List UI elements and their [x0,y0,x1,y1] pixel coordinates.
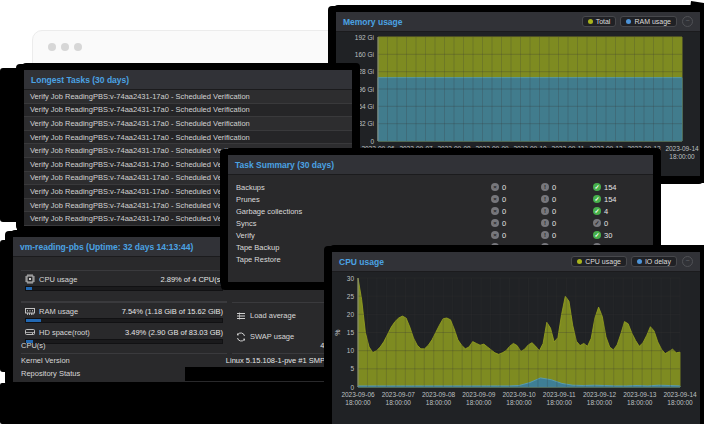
task-count-value: 0 [502,195,506,204]
svg-text:10: 10 [347,347,355,354]
warning-icon: ! [541,219,549,227]
svg-text:32 Gi: 32 Gi [358,120,374,127]
warning-icon: ! [541,231,549,239]
task-count-warn[interactable]: !0 [541,183,556,192]
task-summary-title: Task Summary (30 days) [235,160,334,170]
svg-text:5: 5 [350,365,354,372]
svg-text:18:00:00: 18:00:00 [627,399,653,406]
task-row[interactable]: Verify Job ReadingPBS:v-74aa2431-17a0 - … [24,104,352,118]
task-count-ok[interactable]: ✓154 [593,183,617,192]
cpu-usage-title: CPU usage [339,257,384,267]
ok-check-icon: ✓ [593,207,601,215]
svg-text:18:00:00: 18:00:00 [345,399,371,406]
task-count-value: 0 [604,219,608,228]
error-icon: × [491,183,499,191]
task-summary-row: Backups×0!0✓154 [228,181,653,193]
task-count-warn[interactable]: !0 [541,195,556,204]
cpu-usage-panel-wrap: CPU usage CPU usageIO delay − 0510152025… [327,247,704,424]
task-count-warn[interactable]: !0 [541,219,556,228]
warning-icon: ! [541,183,549,191]
svg-text:64 Gi: 64 Gi [358,103,374,110]
svg-text:2023-09-14: 2023-09-14 [663,391,697,398]
task-type-label: Backups [236,183,265,192]
legend-dot-icon [577,259,582,264]
kernel-version-value: Linux 5.15.108-1-pve #1 SMP PVE [226,356,342,365]
legend-item-total[interactable]: Total [582,16,617,27]
cpu-chart-area: 0510152025302023-09-0618:00:002023-09-07… [332,272,700,424]
task-count-warn[interactable]: !0 [541,231,556,240]
task-count-err[interactable]: ×0 [491,195,506,204]
memory-usage-title: Memory usage [343,17,403,27]
cpu-legend: CPU usageIO delay [571,256,677,267]
ram-usage-label: RAM usage [39,307,78,316]
task-count-err[interactable]: ×0 [491,183,506,192]
legend-label: Total [596,18,611,25]
task-count-value: 0 [552,183,556,192]
task-row[interactable]: Verify Job ReadingPBS:v-74aa2431-17a0 - … [24,131,352,145]
cpus-label: CPU(s) [21,341,46,350]
ok-check-icon: ✓ [593,183,601,191]
ok-check-icon: ✓ [593,231,601,239]
error-icon: × [491,219,499,227]
cpu-usage-chart: 0510152025302023-09-0618:00:002023-09-07… [332,272,690,414]
dashboard-composition: Memory usage TotalRAM usage − 032 Gi64 G… [0,0,704,424]
task-count-value: 4 [604,207,608,216]
legend-item-cpu-usage[interactable]: CPU usage [571,256,627,267]
task-count-value: 154 [604,195,617,204]
error-icon: × [491,231,499,239]
svg-text:30: 30 [347,275,355,282]
redacted-value-box [185,367,342,381]
task-count-value: 0 [552,195,556,204]
load-average-row: Load average [236,305,334,326]
svg-text:18:00:00: 18:00:00 [506,399,532,406]
legend-item-io-delay[interactable]: IO delay [631,256,677,267]
legend-item-ram-usage[interactable]: RAM usage [620,16,677,27]
task-row[interactable]: Verify Job ReadingPBS:v-74aa2431-17a0 - … [24,117,352,131]
task-type-label: Verify [236,231,255,240]
task-count-ok[interactable]: ✓154 [593,195,617,204]
task-count-err[interactable]: ×0 [491,231,506,240]
svg-text:25: 25 [347,293,355,300]
svg-text:18:00:00: 18:00:00 [426,399,452,406]
task-count-warn[interactable]: !0 [541,207,556,216]
task-count-ok[interactable]: ✓0 [593,219,608,228]
cpus-row: CPU(s) 4 x Co [21,339,342,352]
task-count-ok[interactable]: ✓4 [593,207,608,216]
svg-text:2023-09-12: 2023-09-12 [583,391,617,398]
task-count-value: 0 [502,183,506,192]
task-type-label: Prunes [236,195,260,204]
task-count-err[interactable]: ×0 [491,219,506,228]
ok-check-icon: ✓ [593,219,601,227]
error-icon: × [491,195,499,203]
task-count-err[interactable]: ×0 [491,207,506,216]
svg-text:2023-09-10: 2023-09-10 [502,391,536,398]
legend-label: CPU usage [585,258,621,265]
task-count-ok[interactable]: ✓30 [593,231,612,240]
svg-text:2023-09-11: 2023-09-11 [543,391,576,398]
svg-text:192 Gi: 192 Gi [355,34,374,41]
ram-usage-value: 7.54% (1.18 GiB of 15.62 GiB) [122,307,223,316]
svg-text:96 Gi: 96 Gi [358,86,374,93]
load-icon [236,311,246,321]
svg-text:128 Gi: 128 Gi [355,68,374,75]
collapse-panel-icon[interactable]: − [682,256,693,267]
svg-text:2023-09-13: 2023-09-13 [623,391,657,398]
svg-text:18:00:00: 18:00:00 [587,399,613,406]
svg-text:2023-09-07: 2023-09-07 [382,391,416,398]
task-summary-header: Task Summary (30 days) [228,155,653,175]
svg-text:0: 0 [350,384,354,391]
memory-legend: TotalRAM usage [582,16,677,27]
svg-text:20: 20 [347,311,355,318]
window-control-dot [61,43,69,51]
task-row[interactable]: Verify Job ReadingPBS:v-74aa2431-17a0 - … [24,90,352,104]
collapse-panel-icon[interactable]: − [682,16,693,27]
svg-text:18:00:00: 18:00:00 [386,399,412,406]
task-count-value: 0 [502,207,506,216]
task-count-value: 0 [502,231,506,240]
cpu-usage-value: 2.89% of 4 CPU(s) [160,275,223,284]
task-summary-row: Verify×0!0✓30 [228,229,653,241]
warning-icon: ! [541,195,549,203]
task-summary-row: Prunes×0!0✓154 [228,193,653,205]
task-count-value: 0 [502,219,506,228]
ram-usage-progressbar [25,318,223,323]
